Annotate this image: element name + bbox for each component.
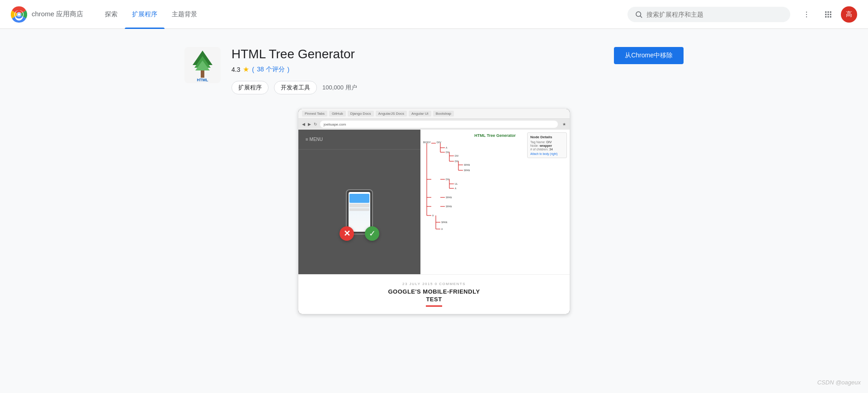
tab-github: GitHub xyxy=(329,111,346,117)
url-back-btn: ◀ xyxy=(302,122,305,126)
nav-links: 探索 扩展程序 主题背景 xyxy=(98,0,627,29)
tree-panel: HTML Tree Generator Node Details Tag Nam… xyxy=(420,130,570,274)
svg-text:BODY: BODY xyxy=(423,141,431,144)
phone-device: ✕ ✓ xyxy=(346,189,373,234)
node-children-label: # of children: 34 xyxy=(530,148,564,151)
screenshot-right-panel: HTML Tree Generator Node Details Tag Nam… xyxy=(420,130,570,274)
svg-rect-18 xyxy=(828,16,829,17)
node-name-label: Node: wrapper xyxy=(530,144,564,147)
sidebar-menu: ≡ MENU xyxy=(298,130,420,150)
screenshot-section: Pinned Tabs GitHub Django Docs AngularJS… xyxy=(184,109,684,314)
ext-tags: 扩展程序 开发者工具 100,000 用户 xyxy=(231,81,357,94)
phone-screen xyxy=(349,192,370,232)
main-content: HTML HTML Tree Generator 4.3 ★ (38 个评分) … xyxy=(163,29,705,332)
svg-text:UL: UL xyxy=(455,182,458,185)
svg-rect-14 xyxy=(825,14,826,15)
browser-tabs-bar: Pinned Tabs GitHub Django Docs AngularJS… xyxy=(298,109,570,119)
rating-value: 4.3 xyxy=(231,66,240,73)
svg-text:SPAN: SPAN xyxy=(464,169,470,172)
url-star-btn: ★ xyxy=(562,122,566,126)
svg-rect-16 xyxy=(830,14,831,15)
grid-icon xyxy=(824,10,832,19)
tab-angularjs: AngularJS Docs xyxy=(376,111,407,117)
svg-text:SPAN: SPAN xyxy=(464,164,470,166)
svg-text:DIV: DIV xyxy=(437,141,441,144)
url-forward-btn: ▶ xyxy=(308,122,311,126)
phone-content-block3 xyxy=(349,208,369,211)
svg-rect-11 xyxy=(825,11,826,13)
tag-devtools[interactable]: 开发者工具 xyxy=(274,81,317,94)
tree-svg: BODY DIV A DIV DIV xyxy=(422,139,476,247)
svg-rect-15 xyxy=(828,14,829,15)
svg-point-8 xyxy=(806,11,807,12)
node-tag-value: DIV xyxy=(547,140,552,144)
rating-paren-close: ) xyxy=(288,66,290,73)
avatar[interactable]: 高 xyxy=(841,6,857,23)
node-detail-link[interactable]: Attach to body (right) xyxy=(530,152,564,155)
ext-title: HTML Tree Generator xyxy=(231,47,357,61)
extension-icon: HTML xyxy=(184,47,221,83)
screenshot-container: Pinned Tabs GitHub Django Docs AngularJS… xyxy=(298,109,570,314)
screenshot-bottom: 23 JULY 2015 0 COMMENTS GOOGLE'S MOBILE-… xyxy=(298,274,570,314)
rating-count[interactable]: ( xyxy=(252,66,254,73)
svg-text:SPAN: SPAN xyxy=(446,205,452,208)
svg-point-5 xyxy=(18,13,20,16)
ext-header: HTML HTML Tree Generator 4.3 ★ (38 个评分) … xyxy=(184,47,684,94)
top-nav: chrome 应用商店 探索 扩展程序 主题背景 高 xyxy=(0,0,868,29)
svg-rect-13 xyxy=(830,11,831,13)
nav-actions: 高 xyxy=(797,5,857,23)
check-icon: ✓ xyxy=(365,226,379,241)
svg-point-10 xyxy=(806,16,807,17)
apps-grid-button[interactable] xyxy=(819,5,837,23)
url-reload-btn: ↻ xyxy=(314,122,317,126)
tab-pinned: Pinned Tabs xyxy=(302,111,327,117)
search-icon xyxy=(635,10,643,19)
url-bar[interactable]: joeliuape.com xyxy=(320,121,558,128)
svg-text:A: A xyxy=(446,146,448,149)
rating-count-text[interactable]: 38 个评分 xyxy=(257,66,284,74)
nav-link-explore[interactable]: 探索 xyxy=(98,0,125,29)
user-count: 100,000 用户 xyxy=(322,84,357,92)
svg-rect-12 xyxy=(828,11,829,13)
svg-rect-17 xyxy=(825,16,826,17)
svg-text:HTML: HTML xyxy=(197,78,208,82)
remove-from-chrome-button[interactable]: 从Chrome中移除 xyxy=(614,47,684,64)
nav-logo-text: chrome 应用商店 xyxy=(32,10,83,19)
phone-content-block1 xyxy=(349,194,369,203)
phone-mockup-area: ✕ ✓ xyxy=(298,150,420,274)
tag-extension[interactable]: 扩展程序 xyxy=(231,81,269,94)
nav-link-extensions[interactable]: 扩展程序 xyxy=(125,0,165,29)
search-input[interactable] xyxy=(646,11,783,18)
cross-icon: ✕ xyxy=(340,226,354,241)
more-icon xyxy=(802,10,811,19)
tab-bootstrap: Bootstrap xyxy=(433,111,454,117)
node-tag-label: Tag Name: DIV xyxy=(530,140,564,144)
screenshot-headline-2: TEST xyxy=(306,296,562,303)
svg-text:DIV: DIV xyxy=(455,154,459,157)
accent-divider xyxy=(426,305,442,307)
phone-screen-content xyxy=(349,194,370,232)
svg-text:A: A xyxy=(441,228,443,230)
screenshot-left-panel: ≡ MENU xyxy=(298,130,420,274)
chrome-logo-icon xyxy=(11,6,27,23)
svg-text:A: A xyxy=(455,187,457,190)
search-area xyxy=(627,7,790,22)
screenshot-headline-1: GOOGLE'S MOBILE-FRIENDLY xyxy=(306,288,562,296)
svg-text:SPAN: SPAN xyxy=(441,221,448,224)
url-text: joeliuape.com xyxy=(324,122,346,126)
nav-logo[interactable]: chrome 应用商店 xyxy=(11,6,83,23)
ext-info: HTML Tree Generator 4.3 ★ (38 个评分) 扩展程序 … xyxy=(231,47,357,94)
ext-header-left: HTML HTML Tree Generator 4.3 ★ (38 个评分) … xyxy=(184,47,357,94)
svg-line-7 xyxy=(640,16,642,17)
screenshot-body: ≡ MENU xyxy=(298,130,570,274)
svg-point-6 xyxy=(636,12,641,17)
svg-rect-19 xyxy=(830,16,831,17)
phone-content-block2 xyxy=(349,204,369,207)
node-details-title: Node Details xyxy=(530,135,564,139)
more-menu-button[interactable] xyxy=(797,5,816,23)
tab-django: Django Docs xyxy=(348,111,374,117)
nav-link-themes[interactable]: 主题背景 xyxy=(165,0,204,29)
svg-text:SPAN: SPAN xyxy=(446,196,452,199)
node-children-value: 34 xyxy=(549,148,553,151)
browser-url-bar-row: ◀ ▶ ↻ joeliuape.com ★ xyxy=(298,119,570,130)
